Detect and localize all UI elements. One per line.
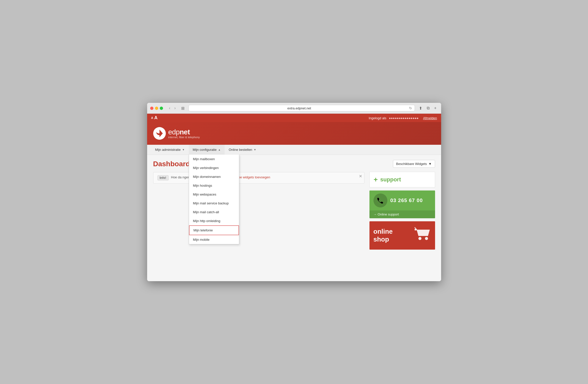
traffic-lights <box>150 107 163 110</box>
dropdown-item-verbindingen[interactable]: Mijn verbindingen <box>189 163 239 172</box>
logo-tagline: internet, fiber & telephony <box>168 136 200 139</box>
dashboard-title: Dashboard <box>153 160 364 168</box>
new-tab-button[interactable]: + <box>433 105 438 111</box>
main-nav: Mijn administratie ▼ Mijn configuratie ▲… <box>147 145 441 155</box>
nav-item-configuratie[interactable]: Mijn configuratie ▲ <box>189 145 225 155</box>
font-large-button[interactable]: A <box>154 115 157 121</box>
dropdown-item-hostings[interactable]: Mijn hostings <box>189 181 239 190</box>
reload-button[interactable]: ↻ <box>409 106 412 110</box>
support-label: support <box>380 176 401 183</box>
nav-arrow-bestellen: ▼ <box>254 148 256 151</box>
logo-area[interactable]: edpnet internet, fiber & telephony <box>153 127 200 140</box>
nav-buttons: ‹ › <box>168 105 177 111</box>
dropdown-item-telefonie[interactable]: Mijn telefonie <box>189 225 239 235</box>
phone-icon <box>373 194 387 207</box>
nav-arrow-configuratie: ▲ <box>218 148 221 151</box>
dropdown-item-webspaces[interactable]: Mijn webspaces <box>189 190 239 199</box>
info-badge: Info! <box>157 175 169 180</box>
logged-in-user: ●●●●●●●●●●●●●●● <box>389 116 419 120</box>
logo-icon <box>153 127 166 140</box>
dropdown-menu-configuratie: Mijn mailboxen Mijn verbindingen Mijn do… <box>189 155 239 244</box>
info-box: Info! Hoe da ngen wij u graag uit met ee… <box>153 172 364 184</box>
address-bar[interactable]: extra.edpnet.net ↻ <box>189 105 415 111</box>
nav-item-administratie[interactable]: Mijn administratie ▼ <box>151 145 189 155</box>
url-display: extra.edpnet.net <box>191 106 407 110</box>
dropdown-item-http-omleiding[interactable]: Mijn http omleiding <box>189 217 239 225</box>
content-left: Dashboard Info! Hoe da ngen wij u graag … <box>153 160 364 276</box>
font-small-button[interactable]: A <box>151 116 153 120</box>
how-to-link[interactable]: Hoe widgets toevoegen <box>236 175 270 179</box>
widgets-arrow-icon: ▼ <box>429 162 432 166</box>
dropdown-item-mobile[interactable]: Mijn mobile <box>189 235 239 244</box>
logged-in-label: Ingelogd als <box>369 116 386 120</box>
browser-chrome: ‹ › ⊞ extra.edpnet.net ↻ ⬆ ⧉ + <box>147 103 441 114</box>
online-support-link[interactable]: Online support <box>369 210 435 218</box>
content-right: Beschikbare Widgets ▼ + support 03 265 6… <box>369 160 435 276</box>
svg-point-3 <box>418 237 421 240</box>
phone-widget[interactable]: 03 265 67 00 Online support <box>369 190 435 218</box>
site-header: edpnet internet, fiber & telephony <box>147 122 441 145</box>
close-button[interactable] <box>150 107 153 110</box>
shop-line2: shop <box>373 235 393 243</box>
maximize-button[interactable] <box>160 107 163 110</box>
dropdown-container-configuratie: Mijn configuratie ▲ Mijn mailboxen Mijn … <box>189 145 225 155</box>
login-info: Ingelogd als ●●●●●●●●●●●●●●● Afmelden <box>369 116 437 120</box>
minimize-button[interactable] <box>155 107 158 110</box>
back-button[interactable]: ‹ <box>168 105 172 111</box>
dropdown-item-domeinnamen[interactable]: Mijn domeinnamen <box>189 172 239 181</box>
widgets-button[interactable]: Beschikbare Widgets ▼ <box>393 160 435 168</box>
support-widget[interactable]: + support <box>369 172 435 187</box>
nav-arrow-administratie: ▼ <box>182 148 185 151</box>
forward-button[interactable]: › <box>173 105 177 111</box>
logo-text: edpnet internet, fiber & telephony <box>168 128 200 139</box>
shopping-cart-icon <box>413 226 431 245</box>
font-controls: A A <box>151 115 158 121</box>
dropdown-item-mailboxen[interactable]: Mijn mailboxen <box>189 155 239 163</box>
svg-marker-2 <box>417 230 430 236</box>
top-bar: A A Ingelogd als ●●●●●●●●●●●●●●● Afmelde… <box>147 114 441 122</box>
nav-item-bestellen[interactable]: Online bestellen ▼ <box>225 145 260 155</box>
share-button[interactable]: ⬆ <box>417 105 424 111</box>
tab-overview-button[interactable]: ⧉ <box>425 105 431 111</box>
sidebar-toggle-button[interactable]: ⊞ <box>180 105 186 111</box>
shop-widget[interactable]: online shop <box>369 221 435 250</box>
phone-number: 03 265 67 00 <box>390 198 423 203</box>
shop-line1: online <box>373 228 393 235</box>
support-plus-icon: + <box>374 176 378 183</box>
shop-text-group: online shop <box>373 228 393 243</box>
logo-name: edpnet <box>168 128 200 136</box>
dropdown-item-mail-service-backup[interactable]: Mijn mail service backup <box>189 199 239 208</box>
browser-actions: ⬆ ⧉ + <box>417 105 438 111</box>
dropdown-item-mail-catch-all[interactable]: Mijn mail catch-all <box>189 208 239 217</box>
info-box-close-button[interactable]: ✕ <box>359 174 362 178</box>
svg-point-4 <box>425 237 428 240</box>
browser-window: ‹ › ⊞ extra.edpnet.net ↻ ⬆ ⧉ + A A Ingel… <box>147 103 441 281</box>
logout-link[interactable]: Afmelden <box>423 116 437 120</box>
phone-widget-top: 03 265 67 00 <box>369 190 435 210</box>
